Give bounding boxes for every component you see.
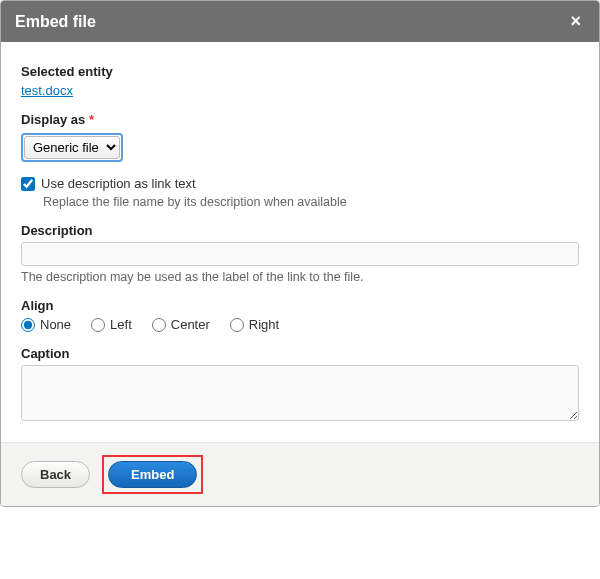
- back-button[interactable]: Back: [21, 461, 90, 488]
- use-description-help: Replace the file name by its description…: [43, 195, 579, 209]
- selected-entity-link[interactable]: test.docx: [21, 83, 73, 98]
- description-label: Description: [21, 223, 579, 238]
- display-as-section: Display as * Generic file: [21, 112, 579, 162]
- description-section: Description The description may be used …: [21, 223, 579, 284]
- modal-body: Selected entity test.docx Display as * G…: [1, 42, 599, 442]
- display-as-label: Display as *: [21, 112, 579, 127]
- align-option-right[interactable]: Right: [230, 317, 279, 332]
- close-icon[interactable]: ×: [566, 11, 585, 32]
- modal-footer: Back Embed: [1, 442, 599, 506]
- align-option-none[interactable]: None: [21, 317, 71, 332]
- display-as-select-focus-ring: Generic file: [21, 133, 123, 162]
- embed-button-highlight: Embed: [102, 455, 203, 494]
- use-description-checkbox[interactable]: [21, 177, 35, 191]
- caption-label: Caption: [21, 346, 579, 361]
- modal-header: Embed file ×: [1, 1, 599, 42]
- align-radio-none[interactable]: [21, 318, 35, 332]
- use-description-label: Use description as link text: [41, 176, 196, 191]
- modal-title: Embed file: [15, 13, 96, 31]
- caption-textarea[interactable]: [21, 365, 579, 421]
- selected-entity-section: Selected entity test.docx: [21, 64, 579, 98]
- caption-section: Caption: [21, 346, 579, 424]
- embed-file-modal: Embed file × Selected entity test.docx D…: [0, 0, 600, 507]
- align-radio-left[interactable]: [91, 318, 105, 332]
- display-as-select[interactable]: Generic file: [24, 136, 120, 159]
- embed-button[interactable]: Embed: [108, 461, 197, 488]
- align-label: Align: [21, 298, 579, 313]
- align-radio-right[interactable]: [230, 318, 244, 332]
- description-help: The description may be used as the label…: [21, 270, 579, 284]
- align-option-center[interactable]: Center: [152, 317, 210, 332]
- align-option-left[interactable]: Left: [91, 317, 132, 332]
- align-section: Align None Left Center Right: [21, 298, 579, 332]
- use-description-section: Use description as link text Replace the…: [21, 176, 579, 209]
- align-radio-center[interactable]: [152, 318, 166, 332]
- selected-entity-label: Selected entity: [21, 64, 579, 79]
- description-input[interactable]: [21, 242, 579, 266]
- required-marker: *: [89, 112, 94, 127]
- align-radio-group: None Left Center Right: [21, 317, 579, 332]
